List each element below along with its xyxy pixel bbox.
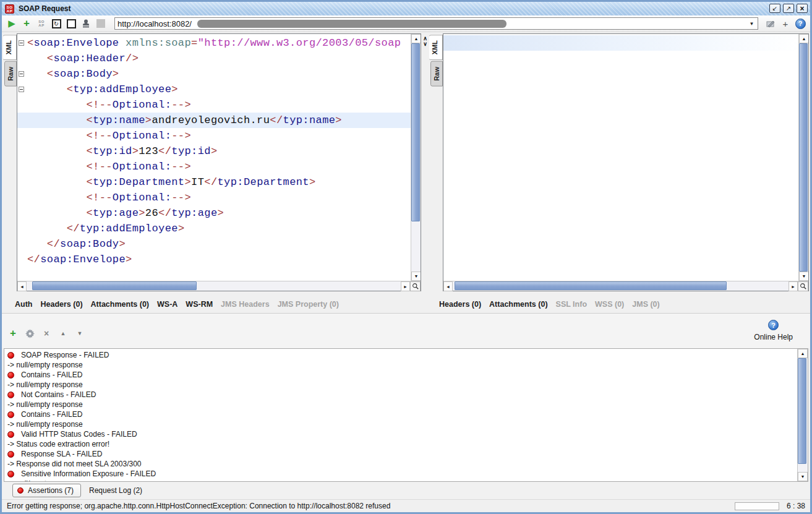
endpoint-url-combo[interactable]: http://localhost:8082/ ▼	[114, 17, 758, 30]
response-subtabs: Headers (0)Attachments (0)SSL InfoWSS (0…	[439, 295, 660, 313]
assertion-row[interactable]: Valid HTTP Status Codes - FAILED	[4, 429, 797, 439]
subtab-headers-0[interactable]: Headers (0)	[40, 300, 82, 309]
code-token: Optional:	[113, 130, 171, 142]
scroll-up-button[interactable]: ▲	[411, 34, 421, 43]
remove-assertion-button[interactable]: ×	[41, 328, 51, 338]
endpoint-url-value: http://localhost:8082/	[118, 19, 192, 28]
scroll-up-button[interactable]: ▲	[798, 349, 808, 358]
fold-toggle-icon[interactable]	[19, 87, 24, 92]
move-assertion-up-button[interactable]: ▲	[58, 328, 68, 338]
request-horizontal-scrollbar[interactable]: ◄ ►	[17, 281, 421, 291]
cancel-request-button[interactable]	[65, 17, 77, 30]
response-horizontal-scrollbar[interactable]: ◄ ►	[443, 281, 808, 291]
assertion-detail[interactable]: -> Status code extraction error!	[4, 439, 797, 449]
request-xml-content[interactable]: <soap:Envelope xmlns:soap="http://www.w3…	[17, 34, 411, 281]
add-endpoint-button[interactable]: +	[779, 17, 792, 30]
close-button[interactable]: ×	[797, 4, 808, 13]
scroll-down-button[interactable]: ▼	[411, 272, 421, 281]
assertion-row[interactable]: SOAP Response - FAILED	[4, 350, 797, 360]
request-zoom-button[interactable]	[410, 281, 421, 291]
assertion-row[interactable]: Contains - FAILED	[4, 370, 797, 380]
endpoint-dropdown-button[interactable]: ▼	[747, 18, 756, 29]
failed-dot-icon	[7, 411, 14, 418]
code-token: >	[309, 176, 316, 188]
recreate-request-button[interactable]: ↻	[50, 17, 62, 30]
assertion-detail[interactable]: -> null/empty response	[4, 479, 797, 481]
code-token: -->	[171, 130, 191, 142]
subtab-ws-a[interactable]: WS-A	[157, 300, 177, 309]
code-token: andreyolegovich.ru	[152, 114, 270, 126]
detach-editor-button[interactable]	[764, 17, 777, 30]
code-token: </	[67, 223, 80, 234]
code-token	[27, 68, 47, 80]
subtab-headers-0[interactable]: Headers (0)	[439, 300, 481, 309]
collapse-right-icon[interactable]: ∨	[423, 41, 427, 47]
scroll-right-button[interactable]: ►	[401, 281, 410, 291]
minimize-button[interactable]: ↙	[769, 4, 780, 13]
maximize-button[interactable]: ↗	[783, 4, 794, 13]
scroll-thumb[interactable]	[411, 43, 420, 221]
arrow-up-icon: ▲	[801, 351, 805, 356]
request-tab-raw[interactable]: Raw	[4, 61, 17, 87]
assertion-detail[interactable]: -> null/empty response	[4, 419, 797, 429]
code-token: Optional:	[113, 99, 171, 111]
fold-toggle-icon[interactable]	[19, 40, 24, 46]
assertion-row[interactable]: Sensitive Information Exposure - FAILED	[4, 469, 797, 479]
assertion-detail[interactable]: -> null/empty response	[4, 400, 797, 409]
scroll-up-button[interactable]: ▲	[799, 34, 808, 43]
assertion-row[interactable]: Not Contains - FAILED	[4, 390, 797, 400]
subtab-attachments-0[interactable]: Attachments (0)	[91, 300, 149, 309]
add-request-button[interactable]: +	[20, 17, 33, 30]
code-token: >	[178, 223, 185, 234]
soap-badge-button[interactable]: SOAP	[35, 17, 48, 30]
scroll-thumb[interactable]	[799, 43, 808, 272]
code-token: typ:addEmployee	[73, 84, 171, 95]
assertions-list[interactable]: SOAP Response - FAILED-> null/empty resp…	[4, 348, 808, 482]
toolbar-help-button[interactable]: ?	[794, 17, 806, 30]
scroll-left-button[interactable]: ◄	[17, 281, 27, 291]
response-tab-xml[interactable]: XML	[429, 35, 443, 60]
response-xml-content[interactable]	[443, 34, 798, 281]
code-token: </	[158, 145, 171, 157]
assertion-detail[interactable]: -> Response did not meet SLA 2003/300	[4, 459, 797, 469]
scroll-thumb[interactable]	[32, 281, 197, 290]
move-assertion-down-button[interactable]: ▼	[75, 328, 85, 338]
response-zoom-button[interactable]	[798, 281, 808, 291]
titlebar[interactable]: SO AP SOAP Request ↙ ↗ ×	[2, 2, 810, 15]
subtab-attachments-0[interactable]: Attachments (0)	[489, 300, 547, 309]
submit-request-button[interactable]: ▶	[6, 17, 18, 30]
scroll-down-button[interactable]: ▼	[798, 472, 808, 481]
scroll-left-button[interactable]: ◄	[443, 281, 453, 291]
assertion-row[interactable]: Response SLA - FAILED	[4, 449, 797, 459]
assertion-detail[interactable]: -> null/empty response	[4, 360, 797, 370]
configure-assertion-button[interactable]	[25, 328, 35, 338]
scroll-down-button[interactable]: ▼	[799, 272, 808, 281]
subtab-ws-rm[interactable]: WS-RM	[186, 300, 213, 309]
code-token: <!--	[86, 192, 112, 203]
response-vertical-scrollbar[interactable]: ▲ ▼	[798, 34, 808, 281]
fold-toggle-icon[interactable]	[19, 71, 24, 77]
request-vertical-scrollbar[interactable]: ▲ ▼	[411, 34, 421, 281]
code-line: </typ:addEmployee>	[17, 221, 411, 236]
subtab-auth[interactable]: Auth	[15, 300, 32, 309]
assertion-detail[interactable]: -> null/empty response	[4, 380, 797, 390]
add-assertion-button[interactable]: +	[8, 328, 18, 338]
scroll-thumb[interactable]	[798, 358, 806, 464]
assertions-scrollbar[interactable]: ▲ ▼	[797, 349, 808, 481]
online-help-button[interactable]: ? Online Help	[754, 320, 793, 341]
soap-request-window: SO AP SOAP Request ↙ ↗ × ▶ + SOAP ↻ htt	[0, 0, 812, 514]
recreate-icon: ↻	[52, 19, 61, 28]
response-tab-raw[interactable]: Raw	[430, 61, 443, 87]
stamp-button[interactable]	[80, 17, 92, 30]
split-divider[interactable]: ∧ ∨	[421, 33, 429, 291]
assertion-row[interactable]: Contains - FAILED	[4, 409, 797, 419]
code-token: Optional:	[113, 192, 171, 203]
scroll-right-button[interactable]: ►	[788, 281, 798, 291]
tab-assertions[interactable]: Assertions (7)	[12, 484, 81, 497]
code-token: >	[145, 114, 152, 126]
scroll-thumb[interactable]	[455, 281, 727, 290]
tab-request-log[interactable]: Request Log (2)	[89, 486, 142, 495]
request-tab-xml[interactable]: XML	[3, 35, 17, 60]
code-token: typ:Department	[93, 176, 184, 188]
code-token	[27, 145, 86, 157]
